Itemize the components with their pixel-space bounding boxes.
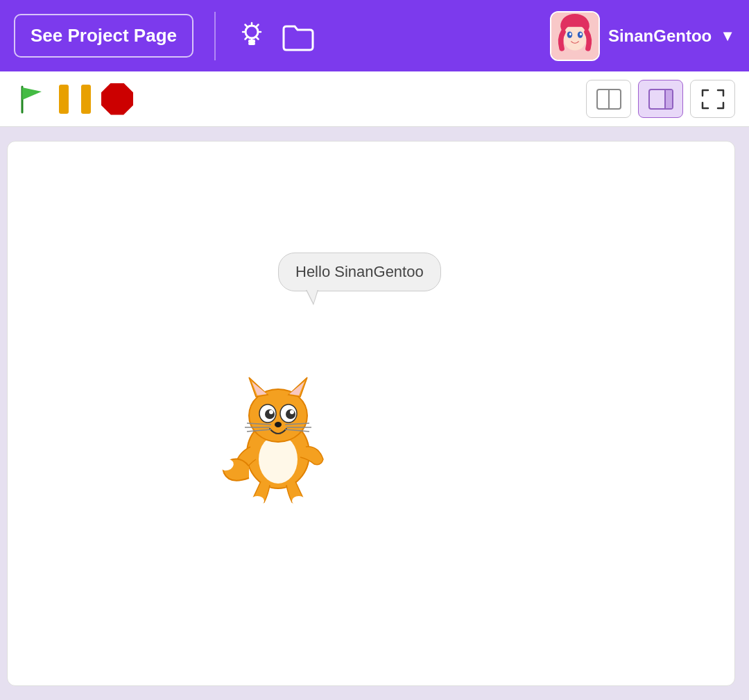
svg-point-16 — [569, 33, 571, 35]
top-navigation: See Project Page — [0, 0, 749, 71]
svg-line-6 — [257, 24, 259, 26]
speech-text: Hello SinanGentoo — [295, 263, 424, 280]
stop-button[interactable] — [101, 83, 133, 115]
user-dropdown-arrow: ▼ — [720, 27, 735, 45]
svg-point-45 — [292, 496, 306, 506]
user-area[interactable]: SinanGentoo ▼ — [550, 11, 735, 61]
username-label: SinanGentoo — [608, 26, 712, 46]
layout-split-button[interactable] — [586, 80, 631, 118]
user-avatar — [550, 11, 600, 61]
svg-rect-10 — [248, 42, 255, 45]
svg-line-7 — [246, 37, 248, 39]
svg-line-5 — [246, 24, 248, 26]
expand-button[interactable] — [690, 80, 735, 118]
scratch-cat-sprite — [202, 357, 354, 509]
svg-line-8 — [257, 37, 259, 39]
see-project-button[interactable]: See Project Page — [14, 14, 193, 58]
pause-bar-right — [81, 85, 91, 114]
pause-bar-left — [59, 85, 69, 114]
svg-point-17 — [580, 33, 582, 35]
project-toolbar — [0, 71, 749, 127]
svg-point-13 — [563, 24, 587, 51]
svg-point-37 — [275, 422, 282, 427]
nav-divider — [214, 12, 216, 60]
svg-point-36 — [290, 410, 294, 414]
svg-point-44 — [250, 496, 264, 506]
scratch-stage[interactable]: Hello SinanGentoo — [7, 141, 735, 686]
green-flag-button[interactable] — [14, 82, 49, 117]
layout-stage-button[interactable] — [638, 80, 683, 118]
pause-button[interactable] — [55, 81, 94, 117]
lightbulb-icon[interactable] — [236, 21, 267, 51]
svg-point-35 — [269, 410, 273, 414]
speech-bubble: Hello SinanGentoo — [278, 253, 441, 291]
stage-wrapper: Hello SinanGentoo — [0, 127, 749, 700]
svg-rect-23 — [666, 90, 672, 108]
folder-icon[interactable] — [281, 21, 316, 51]
